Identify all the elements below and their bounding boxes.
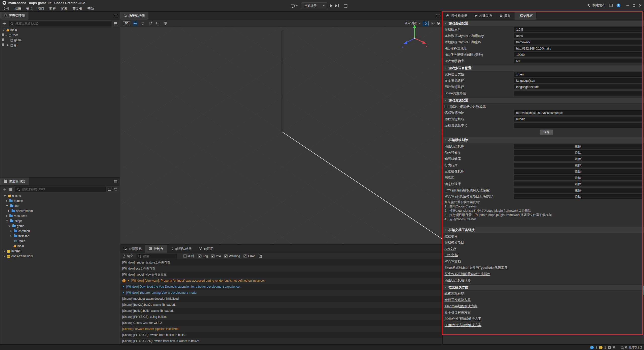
log-filter-checkbox[interactable]: Warning <box>224 254 240 258</box>
tree-node[interactable]: initialize <box>0 234 120 239</box>
3d-toggle-button[interactable]: 3D <box>123 21 130 25</box>
solution-link[interactable]: 全栈开发解决方案 <box>445 298 471 302</box>
remove-module-button[interactable]: 剔除 <box>514 150 642 155</box>
panel-menu-icon[interactable] <box>436 15 440 17</box>
tree-node[interactable]: game <box>0 38 120 43</box>
console-log-line[interactable]: ! [Scene] [box2d]:box2d wasm lib loaded. <box>120 302 442 308</box>
world-space-button[interactable] <box>163 21 168 26</box>
doc-link[interactable]: 动画状态机编辑器 <box>445 278 471 283</box>
section-header-i18n[interactable]: 游戏多语言配置 <box>443 65 644 71</box>
remove-module-button[interactable]: 剔除 <box>514 144 642 149</box>
checkbox-icon[interactable] <box>445 105 448 108</box>
expand-arrow-icon[interactable] <box>6 221 8 222</box>
gear-icon[interactable] <box>437 22 440 25</box>
menu-item[interactable]: 文件 <box>1 6 12 12</box>
console-log-line[interactable]: ! [Window] Download the Vue Devtools ext… <box>120 284 442 290</box>
filter-icon[interactable] <box>108 188 111 191</box>
panel-menu-icon[interactable] <box>114 180 117 183</box>
console-tab[interactable]: 资源预览 <box>120 245 145 253</box>
section-header-basic[interactable]: 游戏基础配置 <box>443 20 644 26</box>
field-input[interactable] <box>514 123 642 128</box>
console-tab[interactable]: 控制台 <box>145 245 167 253</box>
console-log-line[interactable]: ! [Window] [Vue warn]: Property "onInput… <box>120 278 442 284</box>
tab-hierarchy[interactable]: 层级管理器 <box>0 12 28 20</box>
console-log-line[interactable]: ! [Scene] Forward render pipeline initia… <box>120 326 442 332</box>
info-status-icon[interactable]: i <box>590 346 594 349</box>
tree-node[interactable]: bundle <box>0 198 120 203</box>
expand-arrow-icon[interactable] <box>3 30 5 31</box>
doc-link[interactable]: 游戏模板项目 <box>445 240 464 245</box>
menu-item[interactable]: 面板 <box>47 6 58 12</box>
save-button[interactable]: 保存 <box>540 129 553 135</box>
inspector-tab[interactable]: 属性检查器 <box>443 12 471 20</box>
remove-module-button[interactable]: 剔除 <box>514 188 642 193</box>
rect-gizmo-button[interactable] <box>155 21 160 26</box>
add-node-button[interactable] <box>3 22 6 25</box>
axis-gizmo[interactable]: x z <box>401 23 428 51</box>
clear-console-button[interactable]: 清空 <box>123 254 133 258</box>
section-header-docs[interactable]: 框架文档工具链接 <box>443 227 644 233</box>
log-file-icon[interactable] <box>259 255 262 258</box>
console-search-input[interactable] <box>137 254 177 258</box>
remove-module-button[interactable]: 剔除 <box>514 175 642 180</box>
help-button[interactable] <box>617 4 620 7</box>
solution-link[interactable]: Tiledmap地图解决方案 <box>445 304 477 309</box>
package-button[interactable] <box>610 4 613 7</box>
tree-node[interactable]: Main <box>0 239 120 244</box>
sort-icon[interactable] <box>9 188 12 191</box>
console-log-line[interactable]: ! [Scene] [PHYSICS]: using builtin. <box>120 314 442 320</box>
rotate-gizmo-button[interactable] <box>140 21 145 26</box>
field-input[interactable]: zh,en <box>514 72 642 77</box>
console-log-line[interactable]: ! [Scene] Cocos Creator v3.8.2 <box>120 320 442 326</box>
menu-item[interactable]: 编辑 <box>12 6 24 12</box>
tree-node[interactable]: root <box>0 33 120 38</box>
console-log-line[interactable]: ! [Window] You are running Vue in develo… <box>120 290 442 296</box>
scrollbar-thumb[interactable] <box>642 286 643 295</box>
log-filter-checkbox[interactable]: Error <box>244 254 255 258</box>
expand-arrow-icon[interactable] <box>4 250 5 252</box>
expand-arrow-icon[interactable] <box>5 35 7 36</box>
console-log-line[interactable]: ! [Window] render_texture文件夹存在 <box>120 259 442 266</box>
solution-link[interactable]: 战棋游戏框架 <box>445 291 464 296</box>
tree-node[interactable]: main <box>0 244 120 249</box>
section-header-solutions[interactable]: 框架解决方案 <box>443 284 644 290</box>
add-asset-button[interactable] <box>3 188 6 191</box>
field-input[interactable]: http://192.168.0.150/main/ <box>514 46 642 51</box>
maximize-button[interactable] <box>633 4 635 7</box>
close-button[interactable] <box>639 4 641 7</box>
remove-module-button[interactable]: 剔除 <box>514 194 642 199</box>
menu-item[interactable]: 项目 <box>35 6 47 12</box>
refresh-icon[interactable] <box>115 188 117 191</box>
tree-node[interactable]: assets <box>0 193 120 198</box>
menu-item[interactable]: 开发者 <box>70 6 85 12</box>
scene-selector-dropdown[interactable]: 当前场景 <box>302 3 327 9</box>
regex-checkbox[interactable]: 正则 <box>183 254 194 258</box>
doc-link[interactable]: 教程项目 <box>445 234 458 239</box>
panel-menu-icon[interactable] <box>114 15 117 17</box>
tree-node[interactable]: gui <box>0 43 120 48</box>
scale-gizmo-button[interactable] <box>147 21 153 26</box>
doc-link[interactable]: Excel格式转Json文件与TypeScript代码工具 <box>445 266 508 270</box>
console-log-line[interactable]: ! [Window] model_view文件夹存在 <box>120 272 442 278</box>
warning-status-icon[interactable]: ! <box>599 346 602 349</box>
tree-node[interactable]: oops-framework <box>0 254 120 259</box>
field-input[interactable]: language/texture <box>514 84 642 89</box>
assets-search-input[interactable] <box>15 187 106 192</box>
inspector-tab[interactable]: 服务 <box>496 12 514 20</box>
doc-link[interactable]: API文档 <box>445 247 456 251</box>
field-input[interactable]: language/json <box>514 78 642 83</box>
menu-item[interactable]: 帮助 <box>85 6 96 12</box>
menu-item[interactable]: 扩展 <box>58 6 70 12</box>
solution-link[interactable]: 3D角色扮演游戏解决方案 <box>445 323 481 327</box>
expand-arrow-icon[interactable] <box>4 195 6 197</box>
solution-link[interactable]: 2D角色扮演游戏解决方案 <box>445 317 481 321</box>
menu-item[interactable]: 节点 <box>24 6 35 12</box>
field-input[interactable]: http://localhost:8083/assets/bundle <box>514 110 642 115</box>
console-log-line[interactable]: ! [Scene] [bullet]:bullet wasm lib loade… <box>120 308 442 314</box>
camera-icon[interactable] <box>431 22 434 24</box>
console-tab[interactable]: 动画图 <box>195 245 217 253</box>
error-status-icon[interactable]: × <box>608 346 611 349</box>
expand-arrow-icon[interactable] <box>6 215 7 217</box>
log-filter-checkbox[interactable]: Log <box>198 254 208 258</box>
device-selector[interactable] <box>289 3 299 9</box>
